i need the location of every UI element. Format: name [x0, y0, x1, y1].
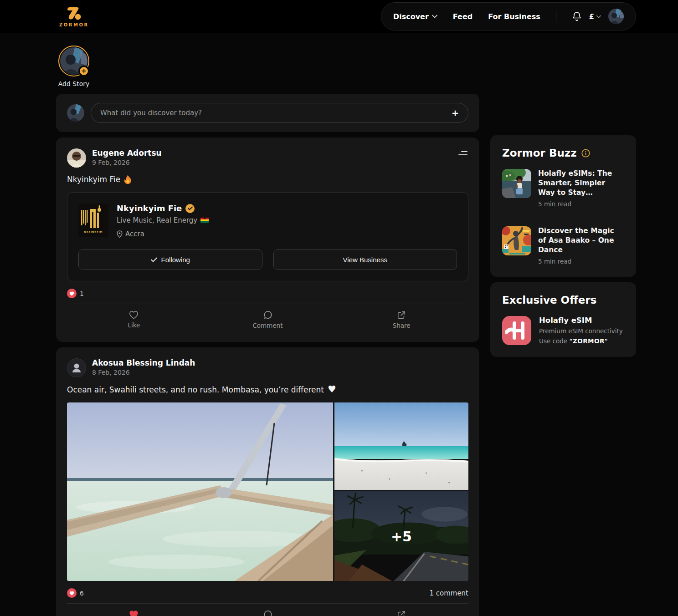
- photo-grid: +5: [67, 402, 468, 581]
- photo-palm-road[interactable]: +5: [334, 491, 468, 581]
- ghana-flag-icon: [200, 218, 209, 223]
- post-text: Nkyinkyim Fie: [67, 175, 120, 184]
- likes-heart-icon: [67, 289, 77, 298]
- comment-button[interactable]: Comment: [201, 608, 335, 616]
- share-icon: [397, 311, 406, 320]
- user-avatar: [67, 104, 84, 122]
- exclusive-offers-card: Exclusive Offers Holafly eSIM Premium eS…: [490, 282, 636, 357]
- info-icon[interactable]: [581, 149, 590, 158]
- more-photos-overlay[interactable]: +5: [334, 491, 468, 581]
- post-text: Ocean air, Swahili streets, and no rush.…: [67, 385, 324, 394]
- like-button[interactable]: Like: [67, 608, 201, 616]
- sidebar: Zormor Buzz: [490, 135, 636, 616]
- notifications-bell-icon[interactable]: [572, 11, 582, 22]
- comment-bubble-icon: [263, 610, 272, 616]
- post-eugene-adortsu: Eugene Adortsu 9 Feb, 2026 Nkyinkyim Fie: [56, 137, 479, 342]
- offer-code: "ZORMOR": [569, 337, 608, 345]
- offer-description: Premium eSIM connectivity: [539, 327, 623, 335]
- article-thumbnail: [502, 169, 531, 198]
- photo-white-beach[interactable]: [334, 402, 468, 490]
- business-logo: NKYINKYIM: [78, 204, 108, 237]
- holafly-logo-icon: [502, 316, 531, 345]
- article-title[interactable]: Discover the Magic of Asa Baako – One Da…: [538, 226, 624, 255]
- comment-button[interactable]: Comment: [201, 309, 335, 331]
- heart-outline-icon: [129, 311, 139, 319]
- article-thumbnail: [502, 226, 531, 255]
- post-date: 9 Feb, 2026: [92, 159, 452, 166]
- user-avatar[interactable]: [608, 9, 624, 24]
- zormor-logo-icon: [65, 6, 83, 21]
- offer-code-line: Use code "ZORMOR": [539, 337, 623, 345]
- business-location: Accra: [125, 230, 144, 238]
- like-count[interactable]: 1: [80, 290, 84, 297]
- post-menu-icon[interactable]: [457, 148, 468, 158]
- fire-emoji-icon: [124, 175, 132, 184]
- share-button[interactable]: Share: [334, 309, 468, 331]
- post-akosua-blessing-lindah: Akosua Blessing Lindah 8 Feb, 2026 Ocean…: [56, 347, 479, 616]
- chevron-down-icon: [432, 15, 437, 18]
- likes-heart-icon: [67, 588, 77, 598]
- zormor-logo[interactable]: ZORMOR: [59, 6, 89, 27]
- following-button[interactable]: Following: [78, 249, 262, 270]
- post-composer: +: [56, 94, 479, 132]
- nav-divider: [556, 10, 556, 22]
- post-author[interactable]: Eugene Adortsu: [92, 148, 452, 158]
- currency-selector[interactable]: £: [589, 12, 601, 21]
- nav-discover[interactable]: Discover: [393, 12, 437, 21]
- like-count[interactable]: 6: [80, 590, 84, 597]
- add-story-plus-icon: +: [78, 66, 89, 76]
- composer-input-box: +: [91, 103, 468, 123]
- heart-filled-icon: [129, 610, 139, 616]
- like-button[interactable]: Like: [67, 309, 201, 331]
- nav-right-group: £: [572, 9, 624, 24]
- divider: [67, 603, 468, 604]
- buzz-article-holafly[interactable]: Holafly eSIMs: The Smarter, Simpler Way …: [502, 169, 624, 208]
- zormor-buzz-card: Zormor Buzz: [490, 135, 636, 277]
- nav-pill: Discover Feed For Business £: [381, 2, 636, 31]
- top-navigation: ZORMOR Discover Feed For Business £: [0, 0, 678, 33]
- divider: [67, 304, 468, 304]
- share-icon: [397, 610, 406, 616]
- add-story[interactable]: + Add Story: [56, 46, 92, 87]
- business-tagline: Live Music, Real Energy: [117, 216, 197, 224]
- author-avatar[interactable]: [67, 148, 86, 168]
- chevron-down-icon: [596, 15, 601, 18]
- default-avatar[interactable]: [67, 358, 86, 377]
- verified-badge-icon: [185, 204, 195, 213]
- article-read-time: 5 min read: [538, 200, 624, 208]
- composer-input[interactable]: [100, 109, 452, 117]
- article-title[interactable]: Holafly eSIMs: The Smarter, Simpler Way …: [538, 169, 624, 198]
- photo-boat-lagoon[interactable]: [67, 402, 333, 581]
- article-read-time: 5 min read: [538, 258, 624, 265]
- zormor-logo-word: ZORMOR: [59, 22, 89, 27]
- business-logo-caption: NKYINKYIM: [84, 230, 103, 233]
- feed-column: + Eugene Adort: [56, 87, 479, 616]
- post-author[interactable]: Akosua Blessing Lindah: [92, 358, 468, 367]
- view-business-button[interactable]: View Business: [273, 249, 457, 270]
- comment-bubble-icon: [263, 311, 272, 320]
- offers-title: Exclusive Offers: [502, 294, 596, 306]
- divider: [502, 216, 624, 216]
- white-heart-emoji-icon: ♥: [328, 385, 336, 394]
- business-card[interactable]: NKYINKYIM Nkyinkyim Fie Live: [67, 192, 468, 281]
- location-pin-icon: [117, 230, 123, 238]
- share-button[interactable]: Share: [334, 608, 468, 616]
- buzz-article-asa-baako[interactable]: Discover the Magic of Asa Baako – One Da…: [502, 226, 624, 265]
- post-date: 8 Feb, 2026: [92, 369, 468, 376]
- nav-feed[interactable]: Feed: [453, 12, 473, 21]
- offer-holafly[interactable]: Holafly eSIM Premium eSIM connectivity U…: [502, 316, 624, 345]
- business-name[interactable]: Nkyinkyim Fie: [117, 204, 182, 213]
- comment-count[interactable]: 1 comment: [429, 589, 468, 597]
- add-story-label: Add Story: [58, 80, 90, 87]
- offer-name[interactable]: Holafly eSIM: [539, 316, 623, 325]
- check-icon: [151, 257, 157, 262]
- nav-for-business[interactable]: For Business: [488, 12, 540, 21]
- composer-add-icon[interactable]: +: [452, 108, 459, 118]
- add-story-avatar[interactable]: +: [58, 46, 89, 76]
- buzz-title: Zormor Buzz: [502, 147, 577, 159]
